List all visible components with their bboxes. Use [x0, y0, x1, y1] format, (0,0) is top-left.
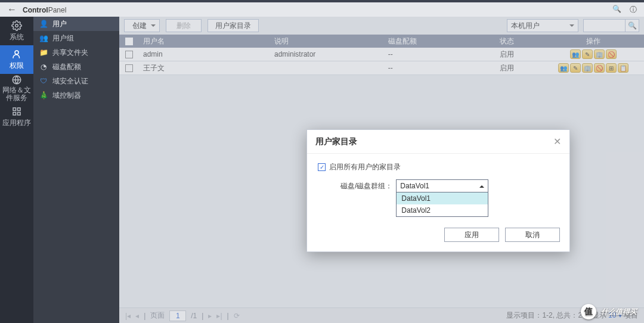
- sidebar-item-quota[interactable]: ◔磁盘配额: [33, 60, 119, 74]
- watermark-badge-icon: 值: [581, 304, 596, 319]
- select-option[interactable]: DataVol1: [397, 192, 488, 204]
- checkbox-icon: ✓: [318, 163, 326, 171]
- svg-rect-5: [13, 112, 16, 115]
- pie-icon: ◔: [39, 63, 48, 71]
- svg-rect-3: [13, 108, 16, 111]
- sidebar-item-domainsec[interactable]: 🛡域安全认证: [33, 74, 119, 88]
- sidebar: 👤用户 👥用户组 📁共享文件夹 ◔磁盘配额 🛡域安全认证 🎄域控制器: [33, 17, 119, 323]
- sidebar-item-label: 用户: [52, 19, 67, 29]
- watermark-text: 什么值得买: [601, 307, 637, 317]
- select-dropdown: DataVol1 DataVol2: [397, 192, 488, 216]
- search-icon[interactable]: 🔍: [612, 5, 621, 15]
- enable-label: 启用所有用户的家目录: [329, 162, 401, 172]
- home-dir-modal: 用户家目录 ✕ ✓ 启用所有用户的家目录 磁盘/磁盘群组： DataVol1: [306, 129, 570, 252]
- users-icon: 👥: [39, 34, 48, 42]
- help-icon[interactable]: ⓘ: [630, 5, 637, 15]
- cancel-button[interactable]: 取消: [505, 228, 560, 242]
- rail-label: 网络＆文件服务: [0, 86, 33, 102]
- enable-checkbox-row[interactable]: ✓ 启用所有用户的家目录: [318, 162, 559, 172]
- watermark: 值 什么值得买: [581, 304, 637, 319]
- sidebar-item-user[interactable]: 👤用户: [33, 17, 119, 31]
- sidebar-item-usergroup[interactable]: 👥用户组: [33, 31, 119, 45]
- rail-label: 应用程序: [2, 118, 31, 128]
- volume-select[interactable]: DataVol1 DataVol1 DataVol2: [396, 179, 488, 217]
- sidebar-item-label: 域控制器: [52, 91, 81, 101]
- rail-network[interactable]: 网络＆文件服务: [0, 74, 33, 103]
- sidebar-item-domainctrl[interactable]: 🎄域控制器: [33, 88, 119, 103]
- sidebar-item-sharedfolder[interactable]: 📁共享文件夹: [33, 45, 119, 60]
- rail-apps[interactable]: 应用程序: [0, 103, 33, 131]
- shield-icon: 🛡: [39, 77, 48, 85]
- rail-permission[interactable]: 权限: [0, 45, 33, 74]
- app-title: ControlPanel: [23, 4, 66, 15]
- volume-label: 磁盘/磁盘群组：: [340, 179, 392, 191]
- nav-rail: 系统 权限 网络＆文件服务 应用程序: [0, 17, 33, 323]
- svg-point-0: [16, 24, 18, 27]
- rail-label: 权限: [10, 61, 24, 71]
- chevron-up-icon: [479, 183, 484, 188]
- user-icon: 👤: [39, 20, 48, 28]
- back-button[interactable]: ←: [7, 4, 17, 15]
- svg-rect-4: [18, 108, 21, 111]
- tree-icon: 🎄: [39, 91, 48, 100]
- sidebar-item-label: 磁盘配额: [52, 62, 81, 72]
- select-value: DataVol1: [400, 182, 429, 190]
- apply-button[interactable]: 应用: [444, 228, 499, 242]
- svg-rect-6: [18, 112, 21, 115]
- select-option[interactable]: DataVol2: [397, 204, 488, 216]
- sidebar-item-label: 用户组: [52, 33, 74, 44]
- modal-title: 用户家目录: [315, 136, 357, 147]
- close-icon[interactable]: ✕: [553, 136, 561, 147]
- rail-label: 系统: [10, 32, 24, 42]
- rail-system[interactable]: 系统: [0, 17, 33, 45]
- svg-point-1: [15, 51, 18, 54]
- folder-icon: 📁: [39, 48, 48, 57]
- sidebar-item-label: 共享文件夹: [52, 48, 88, 58]
- content-area: 创建 删除 用户家目录 本机用户 🔍 用户名 说明 磁盘配额 状态 操作 adm…: [119, 17, 644, 323]
- sidebar-item-label: 域安全认证: [52, 76, 88, 86]
